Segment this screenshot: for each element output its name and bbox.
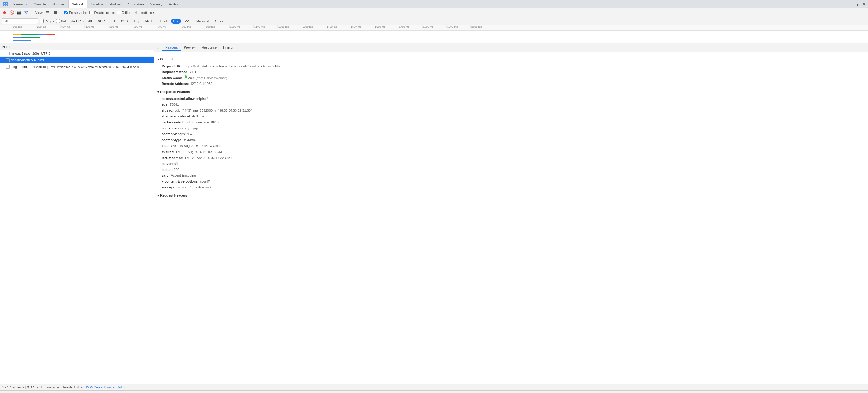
filter-input[interactable] <box>2 19 38 24</box>
drawer-close-btn[interactable]: ✕ <box>861 392 867 393</box>
tab-console[interactable]: Console <box>31 0 49 8</box>
svg-rect-0 <box>4 2 5 4</box>
detail-tab-preview[interactable]: Preview <box>181 45 199 51</box>
tick-500: 500 ms <box>108 25 133 28</box>
tab-security[interactable]: Security <box>148 0 165 8</box>
tick-1600: 1600 ms <box>374 25 398 28</box>
dom-content-loaded-link[interactable]: DOMContentLoaded: 54 m... <box>86 386 128 389</box>
view-list-btn[interactable] <box>45 10 51 16</box>
svg-rect-3 <box>6 4 7 6</box>
filter-css[interactable]: CSS <box>119 19 130 24</box>
preserve-log-label[interactable]: Preserve log <box>64 10 88 15</box>
offline-checkbox[interactable] <box>117 10 121 15</box>
devtools-tabbar: Elements Console Sources Network Timelin… <box>0 0 868 8</box>
disable-cache-checkbox[interactable] <box>89 10 93 15</box>
requests-panel: Name newtab?espv=2&ie=UTF-8 doodle-notif… <box>0 44 154 384</box>
filter-ws[interactable]: WS <box>183 19 192 24</box>
regex-label[interactable]: Regex <box>40 19 54 23</box>
tab-application[interactable]: Application <box>125 0 147 8</box>
response-headers-section-title[interactable]: Response Headers <box>157 89 864 95</box>
timeline-bar-area <box>0 31 868 44</box>
requests-header: Name <box>0 44 154 50</box>
drawer-tab-network-conditions[interactable]: Network conditions <box>26 392 59 393</box>
filter-other[interactable]: Other <box>213 19 226 24</box>
offline-label[interactable]: Offline <box>117 10 131 15</box>
rh-key: status: <box>162 167 173 173</box>
more-tools-btn[interactable]: ⋮ <box>855 1 860 7</box>
tick-1000: 1000 ms <box>229 25 253 28</box>
status-dot <box>185 76 187 78</box>
request-icon-3 <box>6 65 10 68</box>
response-header-row: last-modified:Thu, 21 Apr 2016 03:17:22 … <box>157 155 864 161</box>
drawer-tab-sensors[interactable]: Sensors <box>100 392 117 393</box>
tab-network[interactable]: Network <box>68 0 87 8</box>
tab-elements[interactable]: Elements <box>10 0 30 8</box>
filter-media[interactable]: Media <box>143 19 157 24</box>
filter-all[interactable]: All <box>86 19 94 24</box>
request-row-1[interactable]: newtab?espv=2&ie=UTF-8 <box>0 50 154 57</box>
rh-val: Thu, 21 Apr 2016 03:17:22 GMT <box>185 156 232 161</box>
general-section-title[interactable]: General <box>157 57 864 62</box>
bottom-drawer: ⋮ Console Network conditions Rendering S… <box>0 390 868 393</box>
response-header-row: age:76861 <box>157 102 864 108</box>
tab-audits[interactable]: Audits <box>166 0 181 8</box>
status-bar: 3 / 17 requests | 0 B / 790 B transferre… <box>0 384 868 390</box>
rh-val: gzip <box>192 126 198 131</box>
view-large-btn[interactable] <box>53 10 58 16</box>
filter-font[interactable]: Font <box>158 19 169 24</box>
disable-cache-label[interactable]: Disable cache <box>89 10 115 15</box>
svg-rect-5 <box>46 12 50 13</box>
rh-key: vary: <box>162 173 169 178</box>
hide-data-urls-checkbox[interactable] <box>56 19 60 23</box>
tab-timeline[interactable]: Timeline <box>88 0 106 8</box>
drawer-tab-search[interactable]: Search ✕ <box>80 391 99 393</box>
tick-1700: 1700 ms <box>398 25 422 28</box>
detail-tab-timing[interactable]: Timing <box>220 45 236 51</box>
rh-key: cache-control: <box>162 120 185 125</box>
detail-tab-headers[interactable]: Headers <box>162 45 181 51</box>
camera-btn[interactable]: 📷 <box>16 10 22 16</box>
filter-manifest[interactable]: Manifest <box>194 19 211 24</box>
response-header-row: server:sffe <box>157 161 864 167</box>
request-row-3[interactable]: single.html?removeTooltip=%E4%BB%8D%E5%9… <box>0 63 154 70</box>
devtools-logo-icon[interactable] <box>1 0 10 8</box>
tick-800: 800 ms <box>181 25 205 28</box>
regex-checkbox[interactable] <box>40 19 44 23</box>
request-headers-section-title[interactable]: Request Headers <box>157 193 864 198</box>
close-devtools-btn[interactable]: ✕ <box>861 1 867 7</box>
general-url-val: https://ssl.gstatic.com/chrome/component… <box>185 64 281 69</box>
filter-xhr[interactable]: XHR <box>96 19 107 24</box>
request-name-3: single.html?removeTooltip=%E4%BB%8D%E5%9… <box>11 65 142 68</box>
tick-1100: 1100 ms <box>253 25 277 28</box>
tab-sources[interactable]: Sources <box>50 0 67 8</box>
filter-img[interactable]: Img <box>131 19 141 24</box>
general-remote-val: 127.0.0.1:1080 <box>190 81 212 87</box>
preserve-log-checkbox[interactable] <box>64 10 68 15</box>
detail-tab-response[interactable]: Response <box>199 45 220 51</box>
svg-rect-2 <box>4 4 5 6</box>
filter-btn[interactable] <box>24 10 29 16</box>
filter-js[interactable]: JS <box>109 19 117 24</box>
detail-close-btn[interactable]: × <box>156 45 160 50</box>
network-toolbar: ⏺ 🚫 📷 View: Preserve log Disable cache O… <box>0 8 868 17</box>
filter-doc[interactable]: Doc <box>171 19 181 24</box>
drawer-tab-console[interactable]: Console <box>8 392 25 393</box>
tick-2000: 2000 ms <box>470 25 495 28</box>
throttling-dropdown[interactable]: No throttling ▾ <box>134 11 154 15</box>
rh-val: Thu, 11 Aug 2016 10:45:13 GMT <box>176 149 224 155</box>
tab-profiles[interactable]: Profiles <box>107 0 124 8</box>
throttling-arrow: ▾ <box>153 11 154 14</box>
tick-200: 200 ms <box>36 25 60 28</box>
hide-data-urls-label[interactable]: Hide data URLs <box>56 19 85 23</box>
request-row-2[interactable]: doodle-notifier-02.html <box>0 57 154 63</box>
timeline-vline-red <box>175 31 175 44</box>
stop-recording-btn[interactable]: 🚫 <box>9 10 14 16</box>
general-url-key: Request URL: <box>162 64 184 69</box>
tick-600: 600 ms <box>133 25 157 28</box>
svg-rect-7 <box>54 11 55 14</box>
separator-1 <box>32 10 32 15</box>
response-header-row: date:Wed, 10 Aug 2016 10:45:13 GMT <box>157 143 864 149</box>
rh-val: 1; mode=block <box>190 185 211 190</box>
record-btn[interactable]: ⏺ <box>2 10 7 16</box>
drawer-tab-rendering[interactable]: Rendering <box>59 392 80 393</box>
